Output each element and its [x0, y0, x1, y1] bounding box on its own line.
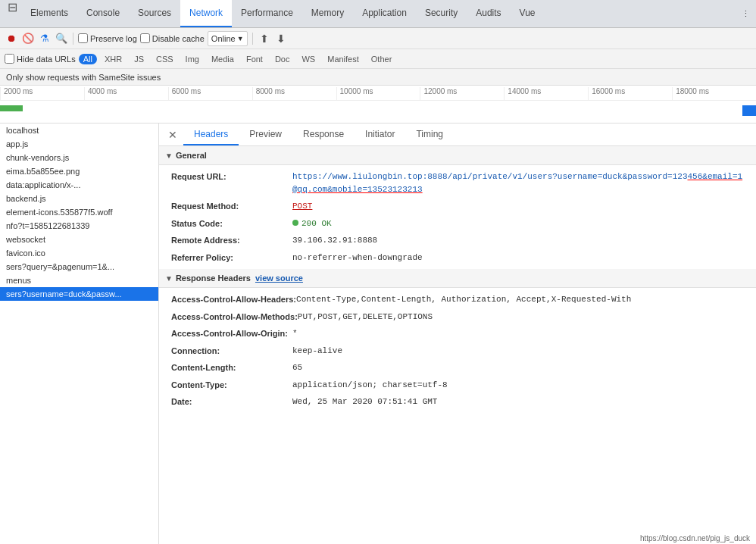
- request-url-label: Request URL:: [171, 170, 292, 195]
- request-item-localhost[interactable]: localhost: [0, 123, 158, 137]
- close-panel-button[interactable]: ✕: [162, 123, 183, 145]
- response-header-value-5: application/json; charset=utf-8: [292, 379, 448, 392]
- clear-button[interactable]: 🚫: [21, 32, 35, 45]
- toolbar-separator-2: [252, 33, 253, 45]
- request-item-users-query[interactable]: sers?query=&pagenum=1&...: [0, 260, 158, 274]
- status-code-value: 200 OK: [292, 217, 332, 230]
- timeline-marker-1: 2000 ms: [0, 87, 84, 100]
- general-section-header[interactable]: ▼ General: [159, 146, 756, 165]
- samesite-notice: Only show requests with SameSite issues: [0, 69, 756, 86]
- tab-elements[interactable]: Elements: [21, 0, 77, 27]
- timeline-marker-7: 14000 ms: [504, 87, 588, 100]
- filter-toggle[interactable]: ⚗: [38, 32, 52, 45]
- response-header-name-4: Content-Length:: [171, 361, 292, 374]
- tab-console[interactable]: Console: [77, 0, 129, 27]
- status-code-row: Status Code: 200 OK: [159, 215, 756, 233]
- filter-all[interactable]: All: [79, 54, 97, 64]
- response-header-name-1: Access-Control-Allow-Methods:: [171, 311, 298, 324]
- filter-css[interactable]: CSS: [152, 54, 178, 64]
- view-source-link[interactable]: view source: [255, 274, 303, 283]
- headers-content: ▼ General Request URL: https://www.liulo…: [159, 146, 756, 544]
- request-list: localhost app.js chunk-vendors.js eima.b…: [0, 123, 159, 544]
- request-method-label: Request Method:: [171, 200, 292, 213]
- general-section-title: General: [176, 151, 207, 160]
- timeline-marker-4: 8000 ms: [252, 87, 336, 100]
- request-item-favicon[interactable]: favicon.ico: [0, 246, 158, 260]
- response-header-row-4: Content-Length: 65: [159, 359, 756, 377]
- response-header-value-3: keep-alive: [292, 345, 342, 358]
- timeline-panel: 2000 ms 4000 ms 6000 ms 8000 ms 10000 ms…: [0, 86, 756, 123]
- tab-network[interactable]: Network: [180, 0, 232, 27]
- preserve-log-input[interactable]: [78, 33, 88, 43]
- toolbar-separator-1: [73, 33, 73, 45]
- request-item-menus[interactable]: menus: [0, 274, 158, 287]
- more-tabs-icon[interactable]: ⋮: [736, 0, 756, 27]
- response-header-name-2: Access-Control-Allow-Origin:: [171, 327, 292, 340]
- request-item-element-icons[interactable]: element-icons.535877f5.woff: [0, 205, 158, 219]
- sub-tab-headers[interactable]: Headers: [183, 123, 239, 145]
- tab-vue[interactable]: Vue: [511, 0, 545, 27]
- record-button[interactable]: ⏺: [5, 32, 18, 45]
- remote-address-label: Remote Address:: [171, 234, 292, 247]
- request-item-backend[interactable]: backend.js: [0, 192, 158, 205]
- timeline-marker-8: 16000 ms: [588, 87, 672, 100]
- timeline-marker-9: 18000 ms: [672, 87, 756, 100]
- general-triangle-icon: ▼: [165, 152, 173, 160]
- request-item-eima[interactable]: eima.b5a855ee.png: [0, 164, 158, 178]
- hide-data-urls-input[interactable]: [5, 54, 14, 64]
- tab-sources[interactable]: Sources: [129, 0, 180, 27]
- import-button[interactable]: ⬆: [258, 32, 271, 45]
- filter-js[interactable]: JS: [130, 54, 148, 64]
- request-item-data[interactable]: data:application/x-...: [0, 178, 158, 192]
- sub-tab-initiator[interactable]: Initiator: [355, 123, 405, 145]
- sub-tab-preview[interactable]: Preview: [239, 123, 292, 145]
- timeline-marker-2: 4000 ms: [84, 87, 168, 100]
- status-bar-url: https://blog.csdn.net/pig_js_duck: [640, 534, 750, 542]
- response-header-row-0: Access-Control-Allow-Headers: Content-Ty…: [159, 291, 756, 308]
- filter-xhr[interactable]: XHR: [100, 54, 127, 64]
- response-headers-body: Access-Control-Allow-Headers: Content-Ty…: [159, 288, 756, 414]
- response-header-name-6: Date:: [171, 395, 292, 408]
- main-area: localhost app.js chunk-vendors.js eima.b…: [0, 123, 756, 544]
- response-header-row-3: Connection: keep-alive: [159, 342, 756, 360]
- throttle-select[interactable]: Online ▼: [208, 31, 248, 46]
- request-item-users-username[interactable]: sers?username=duck&passw...: [0, 287, 158, 301]
- timeline-markers: 2000 ms 4000 ms 6000 ms 8000 ms 10000 ms…: [0, 86, 756, 101]
- tab-performance[interactable]: Performance: [232, 0, 302, 27]
- filter-media[interactable]: Media: [207, 54, 239, 64]
- request-item-nfo[interactable]: nfo?t=1585122681339: [0, 219, 158, 233]
- filter-img[interactable]: Img: [181, 54, 204, 64]
- preserve-log-checkbox[interactable]: Preserve log: [78, 33, 137, 43]
- timeline-green-bar: [0, 105, 23, 111]
- disable-cache-input[interactable]: [140, 33, 150, 43]
- tab-audits[interactable]: Audits: [467, 0, 510, 27]
- request-url-value: https://www.liulongbin.top:8888/api/priv…: [292, 170, 744, 195]
- response-header-value-2: *: [292, 327, 298, 340]
- sub-tab-response[interactable]: Response: [292, 123, 355, 145]
- timeline-bars: [0, 101, 756, 123]
- timeline-blue-bar: [742, 105, 756, 116]
- general-section-body: Request URL: https://www.liulongbin.top:…: [159, 165, 756, 269]
- filter-other[interactable]: Other: [367, 54, 397, 64]
- tab-memory[interactable]: Memory: [302, 0, 353, 27]
- filter-doc[interactable]: Doc: [270, 54, 295, 64]
- request-item-websocket[interactable]: websocket: [0, 233, 158, 246]
- drawer-toggle[interactable]: ⊟: [3, 0, 21, 14]
- response-headers-section-header[interactable]: ▼ Response Headers view source: [159, 269, 756, 288]
- response-headers-triangle-icon: ▼: [165, 274, 173, 283]
- sub-tab-timing[interactable]: Timing: [405, 123, 454, 145]
- disable-cache-checkbox[interactable]: Disable cache: [140, 33, 205, 43]
- tab-security[interactable]: Security: [416, 0, 467, 27]
- search-button[interactable]: 🔍: [55, 32, 68, 45]
- filter-font[interactable]: Font: [242, 54, 267, 64]
- response-header-row-6: Date: Wed, 25 Mar 2020 07:51:41 GMT: [159, 393, 756, 411]
- filter-manifest[interactable]: Manifest: [323, 54, 364, 64]
- filter-ws[interactable]: WS: [297, 54, 320, 64]
- request-item-chunk-vendors[interactable]: chunk-vendors.js: [0, 151, 158, 164]
- hide-data-urls-label[interactable]: Hide data URLs: [5, 54, 76, 64]
- tab-application[interactable]: Application: [353, 0, 416, 27]
- export-button[interactable]: ⬇: [274, 32, 288, 45]
- remote-address-row: Remote Address: 39.106.32.91:8888: [159, 232, 756, 249]
- request-item-appjs[interactable]: app.js: [0, 137, 158, 151]
- response-headers-section-title: Response Headers: [176, 274, 251, 283]
